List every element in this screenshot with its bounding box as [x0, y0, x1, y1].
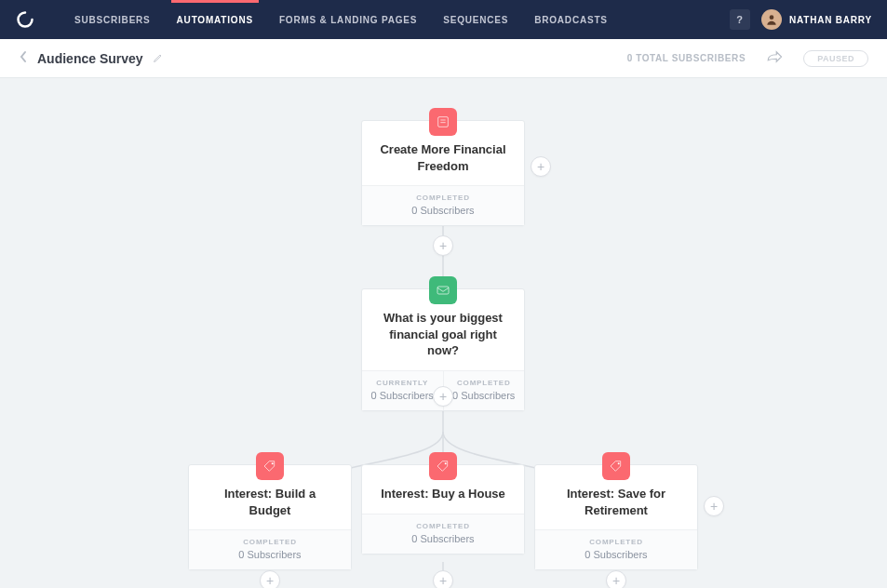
nav-automations[interactable]: AUTOMATIONS	[164, 0, 266, 39]
nav-items: SUBSCRIBERS AUTOMATIONS FORMS & LANDING …	[61, 0, 621, 39]
tag-icon	[256, 452, 284, 480]
svg-point-0	[770, 15, 774, 20]
add-sibling-button[interactable]: +	[531, 156, 551, 177]
logo[interactable]	[15, 9, 35, 30]
stat-value: 0 Subscribers	[448, 390, 521, 401]
svg-point-6	[445, 462, 447, 464]
total-subscribers: 0 TOTAL SUBSCRIBERS	[627, 53, 746, 63]
stat-value: 0 Subscribers	[193, 549, 347, 560]
node-tag-house[interactable]: Interest: Buy a House COMPLETED 0 Subscr…	[361, 464, 525, 555]
stat-label: COMPLETED	[193, 538, 347, 546]
svg-point-5	[272, 462, 274, 464]
node-trigger[interactable]: Create More Financial Freedom COMPLETED …	[361, 120, 525, 226]
form-icon	[429, 108, 457, 136]
page-title: Audience Survey	[37, 51, 143, 66]
top-nav: SUBSCRIBERS AUTOMATIONS FORMS & LANDING …	[0, 0, 887, 39]
svg-point-7	[618, 462, 620, 464]
email-icon	[429, 276, 457, 304]
svg-rect-4	[437, 287, 449, 294]
nav-sequences[interactable]: SEQUENCES	[430, 0, 521, 39]
add-step-button[interactable]: +	[433, 570, 453, 588]
add-step-button[interactable]: +	[260, 570, 280, 588]
back-button[interactable]	[19, 50, 28, 66]
share-icon[interactable]	[766, 50, 783, 66]
svg-rect-1	[438, 117, 449, 127]
tag-icon	[602, 452, 630, 480]
nav-subscribers[interactable]: SUBSCRIBERS	[61, 0, 164, 39]
add-branch-button[interactable]: +	[704, 496, 724, 516]
stat-value: 0 Subscribers	[366, 533, 520, 544]
add-step-button[interactable]: +	[433, 235, 453, 256]
stat-value: 0 Subscribers	[539, 549, 693, 560]
help-button[interactable]: ?	[730, 9, 750, 30]
status-pill[interactable]: PAUSED	[803, 50, 868, 67]
stat-label: COMPLETED	[366, 522, 520, 530]
node-tag-retirement[interactable]: Interest: Save for Retirement COMPLETED …	[534, 464, 698, 570]
avatar	[761, 9, 782, 30]
node-tag-budget[interactable]: Interest: Build a Budget COMPLETED 0 Sub…	[188, 464, 352, 570]
stat-value: 0 Subscribers	[366, 390, 439, 401]
tag-icon	[429, 452, 457, 480]
stat-label: COMPLETED	[539, 538, 693, 546]
user-menu[interactable]: NATHAN BARRY	[761, 9, 872, 30]
stat-label: COMPLETED	[448, 379, 521, 387]
automation-canvas[interactable]: Create More Financial Freedom COMPLETED …	[0, 78, 887, 588]
stat-label: COMPLETED	[366, 194, 520, 202]
user-name: NATHAN BARRY	[789, 15, 872, 25]
stat-value: 0 Subscribers	[366, 205, 520, 216]
nav-forms[interactable]: FORMS & LANDING PAGES	[266, 0, 430, 39]
stat-label: CURRENTLY	[366, 379, 439, 387]
nav-broadcasts[interactable]: BROADCASTS	[521, 0, 621, 39]
sub-header: Audience Survey 0 TOTAL SUBSCRIBERS PAUS…	[0, 39, 887, 78]
add-step-button[interactable]: +	[606, 570, 626, 588]
add-step-button[interactable]: +	[433, 386, 453, 407]
edit-icon[interactable]	[153, 51, 164, 66]
